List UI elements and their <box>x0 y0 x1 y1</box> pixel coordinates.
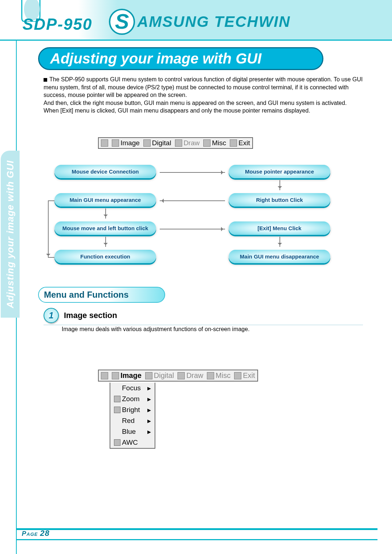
page-label: Page <box>22 530 38 537</box>
arrow-icon <box>160 200 225 201</box>
arrow-icon <box>105 237 106 247</box>
arrow-icon <box>160 172 225 173</box>
flow-mouse-connection: Mouse device Connection <box>54 165 156 178</box>
intro-p2: And then, click the right mouse button, … <box>44 100 347 106</box>
exit-icon <box>234 372 241 379</box>
dropdown-bright[interactable]: Bright▶ <box>110 404 155 415</box>
model-label: SDP-950 <box>23 15 93 33</box>
bullet-icon <box>44 78 47 82</box>
brand-s-mark: S <box>109 9 135 35</box>
menu-misc[interactable]: Misc <box>207 371 230 380</box>
arrow-segment <box>48 257 54 258</box>
move-icon <box>101 139 108 147</box>
page-number-value: 28 <box>40 529 49 538</box>
intro-text: The SDP-950 supports GUI menu system to … <box>44 76 363 115</box>
page-number: Page 28 <box>22 529 50 538</box>
arrow-icon <box>105 208 106 219</box>
arrow-icon <box>279 237 280 247</box>
menu-draw[interactable]: Draw <box>175 139 200 147</box>
menu-exit[interactable]: Exit <box>230 139 250 147</box>
section-heading-menu-functions: Menu and Functions <box>38 287 165 303</box>
step-row: 1 Image section <box>44 308 363 325</box>
step-number: 1 <box>44 308 59 323</box>
menu-misc[interactable]: Misc <box>203 139 226 147</box>
brand-text: AMSUNG TECHWIN <box>137 13 290 30</box>
step-description: Image menu deals with various adjustment… <box>62 326 250 333</box>
image-icon <box>112 372 119 379</box>
side-tab: Adjusting your image with GUI <box>1 151 20 318</box>
intro-p3: When [Exit] menu is clicked, GUI main me… <box>44 107 310 114</box>
exit-icon <box>230 139 237 147</box>
zoom-icon <box>114 396 121 402</box>
flow-gui-disappear: Main GUI menu disappearance <box>229 250 330 263</box>
gui-menubar-1: Image Digital Draw Misc Exit <box>98 137 253 149</box>
flow-exit-click: [Exit] Menu Click <box>229 221 330 235</box>
menu-image-active[interactable]: Image <box>112 371 142 380</box>
digital-icon <box>143 139 151 147</box>
flow-main-gui-appear: Main GUI menu appearance <box>54 193 156 207</box>
flow-pointer-appearance: Mouse pointer appearance <box>229 165 330 178</box>
footer-rule-2 <box>16 539 377 540</box>
arrow-icon <box>160 229 225 229</box>
draw-icon <box>177 372 185 379</box>
step-title: Image section <box>64 311 117 320</box>
menu-exit[interactable]: Exit <box>234 371 255 380</box>
bright-icon <box>114 407 121 413</box>
dropdown-awc[interactable]: AWC▶ <box>110 437 155 448</box>
digital-icon <box>145 372 152 379</box>
awc-icon <box>114 439 121 446</box>
misc-icon <box>207 372 214 379</box>
menu-digital[interactable]: Digital <box>143 139 171 147</box>
draw-icon <box>175 139 182 147</box>
menu-draw[interactable]: Draw <box>177 371 203 380</box>
flow-mouse-move-click: Mouse move and left button click <box>54 221 156 235</box>
intro-p1: The SDP-950 supports GUI menu system to … <box>44 76 363 98</box>
arrow-segment <box>48 200 54 201</box>
image-dropdown: Focus▶ Zoom▶ Bright▶ Red▶ Blue▶ AWC▶ <box>110 383 155 449</box>
menu-image[interactable]: Image <box>112 139 140 147</box>
move-icon <box>101 372 108 379</box>
dropdown-red[interactable]: Red▶ <box>110 415 155 426</box>
gui-menubar-2: Image Digital Draw Misc Exit Focus▶ Zoom… <box>98 370 258 382</box>
dropdown-focus[interactable]: Focus▶ <box>110 383 155 394</box>
dropdown-zoom[interactable]: Zoom▶ <box>110 394 155 404</box>
dropdown-blue[interactable]: Blue▶ <box>110 426 155 437</box>
page-title: Adjusting your image with GUI <box>38 47 323 70</box>
arrow-icon <box>279 180 280 190</box>
flow-function-exec: Function execution <box>54 250 156 263</box>
image-icon <box>112 139 119 147</box>
misc-icon <box>203 139 211 147</box>
menu-digital[interactable]: Digital <box>145 371 174 380</box>
arrow-icon <box>48 200 49 258</box>
flow-diagram: Mouse device Connection Mouse pointer ap… <box>54 160 330 276</box>
footer-rule-1 <box>16 528 377 530</box>
header-band: SDP-950 S AMSUNG TECHWIN <box>0 0 392 40</box>
flow-right-click: Right button Click <box>229 193 330 207</box>
